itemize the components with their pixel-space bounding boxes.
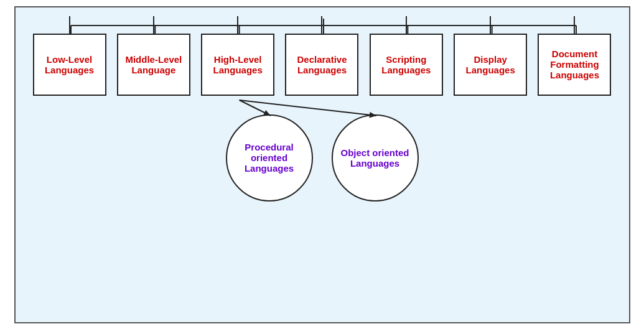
lang-box-6: Document Formatting Languages <box>538 34 611 96</box>
lang-circle-1: Object oriented Languages <box>332 114 419 202</box>
lang-box-2: High-Level Languages <box>201 34 274 96</box>
box-connector-1 <box>153 16 154 35</box>
box-connector-0 <box>69 16 70 35</box>
lang-box-4: Scripting Languages <box>370 34 443 96</box>
lang-box-1: Middle-Level Language <box>117 34 190 96</box>
box-label-4: Scripting Languages <box>375 54 438 75</box>
lang-circle-0: Procedural oriented Languages <box>226 114 313 202</box>
lang-box-0: Low-Level Languages <box>33 34 106 96</box>
box-label-0: Low-Level Languages <box>38 54 101 75</box>
box-label-3: Declarative Languages <box>290 54 353 75</box>
box-connector-4 <box>406 16 407 35</box>
box-connector-2 <box>237 16 238 35</box>
svg-line-9 <box>239 100 270 116</box>
box-connector-6 <box>574 16 575 35</box>
boxes-row: Low-Level LanguagesMiddle-Level Language… <box>22 34 623 96</box>
box-connector-3 <box>321 16 322 35</box>
lang-box-5: Display Languages <box>454 34 527 96</box>
box-label-6: Document Formatting Languages <box>543 49 606 80</box>
diagram-container: Low-Level LanguagesMiddle-Level Language… <box>14 6 630 323</box>
circle-label-0: Procedural oriented Languages <box>233 142 306 174</box>
svg-line-11 <box>239 100 376 116</box>
box-label-2: High-Level Languages <box>206 54 269 75</box>
circles-row: Procedural oriented LanguagesObject orie… <box>22 114 623 202</box>
box-label-1: Middle-Level Language <box>122 54 185 75</box>
box-connector-5 <box>490 16 491 35</box>
box-label-5: Display Languages <box>459 54 522 75</box>
lang-box-3: Declarative Languages <box>285 34 358 96</box>
circle-label-1: Object oriented Languages <box>339 147 411 169</box>
